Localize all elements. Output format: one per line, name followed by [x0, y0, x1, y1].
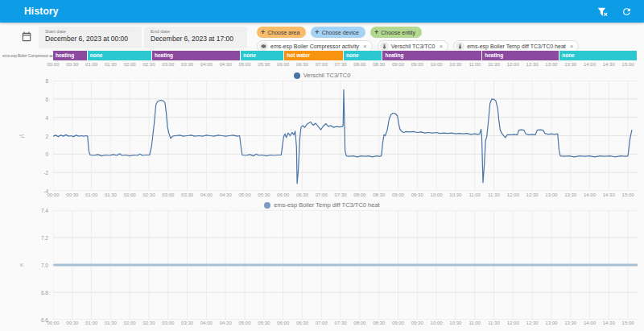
y-tick-label: 7.4 [41, 208, 48, 213]
x-tick-label: 13:00 [545, 62, 557, 67]
x-tick-label: 02:00 [124, 62, 136, 67]
choose-area-chip[interactable]: +Choose area [257, 27, 306, 38]
chart2-legend: ems-esp Boiler Temp diff TC3/TC0 heat [0, 201, 644, 209]
filter-remove-icon[interactable] [596, 5, 609, 18]
x-tick-label: 12:00 [507, 192, 519, 197]
timeline-segment-heating[interactable]: heating [152, 51, 241, 60]
x-tick-label: 02:00 [124, 192, 136, 197]
state-timeline: ems-esp Boiler Compressor activity heati… [0, 51, 644, 60]
chart2-legend-item[interactable]: ems-esp Boiler Temp diff TC3/TC0 heat [264, 201, 379, 209]
x-tick-label: 14:30 [603, 192, 615, 197]
x-tick-label: 05:00 [239, 62, 251, 67]
x-tick-label: 00:30 [66, 62, 78, 67]
x-tick-label: 08:00 [353, 62, 365, 67]
x-tick-label: 05:30 [258, 321, 270, 325]
x-tick-label: 07:30 [335, 321, 347, 325]
timeline-segment-none[interactable]: none [241, 51, 284, 60]
x-tick-label: 07:30 [335, 192, 347, 197]
y-tick-label: 0 [45, 151, 48, 157]
eye-icon [259, 42, 268, 51]
x-tick-label: 11:00 [469, 321, 481, 325]
plus-icon: + [374, 29, 378, 36]
end-date-label: End date [151, 29, 241, 34]
chart1-time-axis: 00:0000:3001:0001:3002:0002:3003:0003:30… [53, 192, 638, 199]
y-tick-label: 6 [45, 96, 48, 101]
timeline-segment-heating[interactable]: heating [53, 51, 88, 60]
x-tick-label: 01:00 [85, 62, 97, 67]
x-tick-label: 14:30 [603, 321, 615, 325]
x-tick-label: 14:00 [584, 321, 596, 325]
chip-close-icon[interactable]: × [570, 43, 574, 50]
chart1-legend-dot [294, 72, 300, 79]
x-tick-label: 08:00 [353, 321, 365, 325]
timeline-segment-none[interactable]: none [344, 51, 382, 60]
x-tick-label: 08:30 [373, 62, 385, 67]
x-tick-label: 06:30 [296, 62, 308, 67]
timeline-entity-label: ems-esp Boiler Compressor activity [2, 53, 60, 58]
chart1-legend-item[interactable]: Verschil TC3/TC0 [294, 72, 351, 79]
x-tick-label: 10:30 [449, 62, 461, 67]
thermometer-icon [380, 42, 389, 51]
x-tick-label: 03:30 [181, 62, 193, 67]
timeline-segment-hot-water[interactable]: hot water [284, 51, 344, 60]
chart2-plot[interactable]: 7.47.27.06.86.6K [53, 210, 638, 320]
x-tick-label: 05:00 [239, 192, 251, 197]
x-tick-label: 12:00 [507, 62, 519, 67]
x-tick-label: 15:00 [622, 62, 634, 67]
timeline-time-axis: 00:0000:3001:0001:3002:0002:3003:0003:30… [53, 62, 638, 68]
x-tick-label: 15:00 [622, 321, 634, 325]
x-tick-label: 00:00 [47, 192, 59, 197]
start-date-field[interactable]: Start date December 6, 2023 at 00:00 [39, 27, 142, 48]
chart2-legend-label: ems-esp Boiler Temp diff TC3/TC0 heat [274, 201, 379, 209]
x-tick-label: 06:00 [277, 321, 289, 325]
x-tick-label: 04:00 [200, 321, 213, 325]
choose-entity-chip[interactable]: +Choose entity [370, 27, 422, 38]
end-date-field[interactable]: End date December 6, 2023 at 17:00 [144, 27, 247, 48]
x-tick-label: 12:30 [526, 321, 539, 325]
x-tick-label: 02:30 [143, 62, 155, 67]
chart1-legend: Verschil TC3/TC0 [0, 72, 644, 79]
x-tick-label: 06:00 [277, 62, 289, 67]
x-tick-label: 11:30 [488, 62, 500, 67]
x-tick-label: 11:30 [488, 192, 500, 197]
timeline-segment-none[interactable]: none [559, 51, 638, 60]
x-tick-label: 07:00 [316, 62, 328, 67]
refresh-icon[interactable] [620, 5, 633, 18]
start-date-value: December 6, 2023 at 00:00 [45, 35, 135, 43]
choose-device-chip[interactable]: +Choose device [311, 27, 365, 38]
y-tick-label: 6.8 [41, 290, 48, 296]
timeline-bar[interactable]: heatingnoneheatingnonehot waternoneheati… [53, 51, 638, 60]
x-tick-label: 00:30 [66, 321, 78, 325]
x-tick-label: 01:00 [85, 192, 97, 197]
x-tick-label: 07:00 [316, 192, 328, 197]
x-tick-label: 05:00 [239, 321, 251, 325]
x-tick-label: 12:00 [507, 321, 519, 325]
x-tick-label: 02:30 [143, 321, 155, 325]
timeline-segment-heating[interactable]: heating [482, 51, 559, 60]
x-tick-label: 02:30 [143, 192, 155, 197]
chart1-plot[interactable]: 86420-2-4°C [53, 81, 638, 191]
x-tick-label: 03:00 [162, 192, 174, 197]
x-tick-label: 01:00 [85, 321, 97, 325]
x-tick-label: 00:00 [47, 62, 59, 67]
timeline-segment-heating[interactable]: heating [382, 51, 482, 60]
end-date-value: December 6, 2023 at 17:00 [151, 35, 241, 43]
x-tick-label: 11:30 [488, 321, 500, 325]
page-title: History [24, 6, 59, 17]
y-tick-label: 8 [45, 78, 48, 84]
y-tick-label: 7.2 [41, 235, 48, 241]
x-tick-label: 14:00 [584, 192, 596, 197]
x-tick-label: 02:00 [124, 321, 136, 325]
x-tick-label: 09:30 [411, 192, 423, 197]
y-axis-unit: K [16, 263, 27, 267]
x-tick-label: 10:00 [431, 321, 443, 325]
chip-close-icon[interactable]: × [363, 43, 367, 50]
app-header: History [0, 0, 644, 23]
timeline-segment-none[interactable]: none [88, 51, 152, 60]
chip-close-icon[interactable]: × [440, 43, 444, 50]
x-tick-label: 12:30 [526, 62, 539, 67]
x-tick-label: 13:30 [564, 62, 576, 67]
y-axis-unit: °C [16, 134, 27, 139]
x-tick-label: 04:30 [220, 321, 232, 325]
x-tick-label: 11:00 [469, 62, 481, 67]
